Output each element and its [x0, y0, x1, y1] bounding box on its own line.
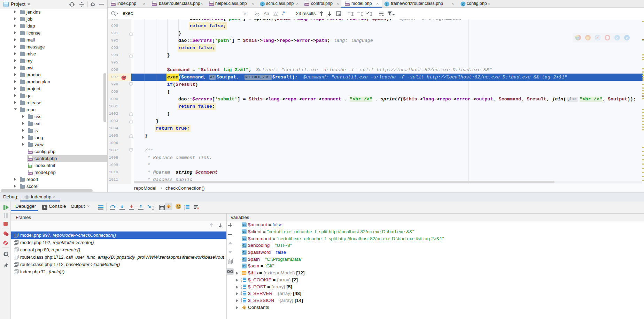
svg-text:3: 3	[184, 208, 185, 210]
svg-text:c: c	[386, 2, 388, 6]
svg-text:@: @	[176, 204, 180, 208]
svg-text:c: c	[462, 2, 464, 6]
svg-text:PHP: PHP	[28, 158, 32, 160]
svg-text:c: c	[262, 2, 263, 6]
svg-text:3: 3	[241, 281, 242, 282]
svg-text:3: 3	[241, 288, 242, 289]
svg-text:3: 3	[241, 294, 242, 296]
svg-text:e: e	[616, 35, 618, 40]
svg-text:H: H	[29, 165, 31, 167]
svg-text:e: e	[626, 35, 628, 40]
svg-text:PHP: PHP	[152, 3, 156, 6]
svg-text:PHP: PHP	[28, 151, 32, 153]
svg-text:PHP: PHP	[28, 172, 32, 174]
svg-text:PHP: PHP	[345, 3, 349, 6]
svg-text:PHP: PHP	[209, 3, 214, 6]
svg-text:3: 3	[241, 301, 242, 303]
svg-text:c: c	[243, 306, 245, 309]
svg-text:PHP: PHP	[305, 3, 309, 6]
svg-text:PHP: PHP	[111, 3, 115, 6]
